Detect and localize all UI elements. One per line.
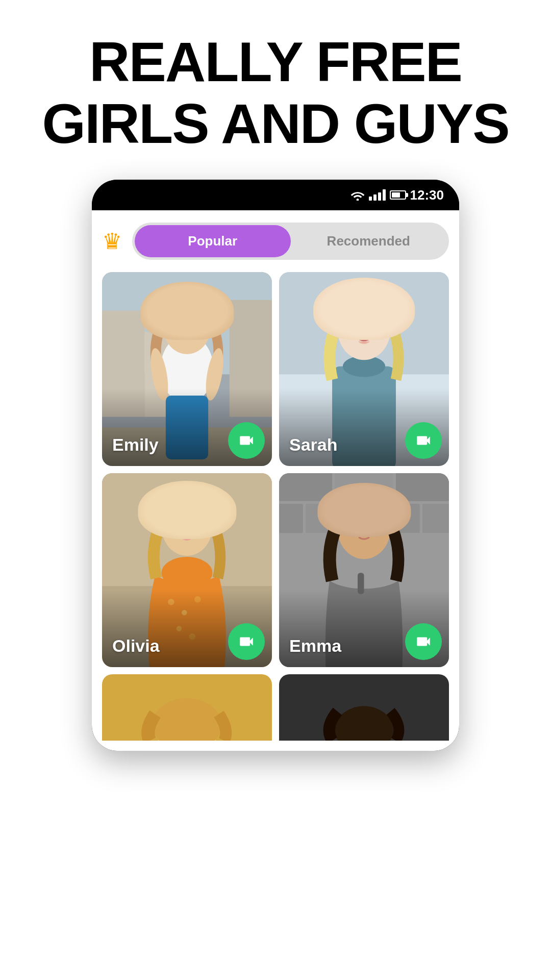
svg-point-33 bbox=[162, 497, 213, 555]
profile-card-emma[interactable]: Emma bbox=[279, 473, 449, 667]
video-camera-icon bbox=[238, 633, 255, 650]
svg-rect-43 bbox=[279, 504, 303, 533]
svg-point-24 bbox=[370, 326, 373, 330]
svg-point-36 bbox=[191, 522, 197, 529]
tab-popular[interactable]: Popular bbox=[135, 225, 291, 257]
svg-rect-38 bbox=[279, 473, 332, 501]
video-camera-icon bbox=[415, 633, 432, 650]
svg-rect-8 bbox=[166, 396, 208, 459]
svg-point-9 bbox=[163, 299, 211, 354]
profile-card-emily[interactable]: Emily bbox=[102, 272, 272, 466]
svg-point-29 bbox=[194, 596, 201, 602]
app-header: ♛ Popular Recomended bbox=[102, 223, 449, 260]
svg-point-48 bbox=[354, 523, 361, 532]
signal-icon bbox=[369, 189, 386, 201]
svg-point-19 bbox=[337, 299, 390, 360]
video-camera-icon bbox=[415, 432, 432, 449]
svg-rect-3 bbox=[102, 311, 144, 417]
svg-rect-45 bbox=[358, 573, 364, 594]
headline-line2: GIRLS AND GUYS bbox=[42, 92, 509, 154]
svg-point-21 bbox=[353, 324, 361, 332]
video-call-btn-olivia[interactable] bbox=[228, 623, 265, 660]
svg-rect-4 bbox=[230, 300, 272, 417]
profile-name-emily: Emily bbox=[112, 435, 159, 455]
status-bar: 12:30 bbox=[92, 180, 459, 210]
svg-point-12 bbox=[191, 322, 196, 328]
battery-icon bbox=[390, 190, 406, 200]
app-headline: REALLY FREE GIRLS AND GUYS bbox=[11, 0, 539, 180]
svg-point-32 bbox=[162, 557, 213, 589]
profiles-grid: Emily bbox=[102, 272, 449, 667]
status-icons: 12:30 bbox=[350, 187, 444, 203]
svg-point-34 bbox=[158, 489, 216, 530]
svg-rect-17 bbox=[332, 366, 396, 466]
svg-point-11 bbox=[178, 322, 183, 328]
svg-point-35 bbox=[177, 522, 183, 529]
profile-card-olivia[interactable]: Olivia bbox=[102, 473, 272, 667]
svg-point-28 bbox=[182, 610, 187, 615]
svg-point-23 bbox=[355, 326, 358, 330]
video-call-btn-emily[interactable] bbox=[228, 422, 265, 459]
partial-cards-row bbox=[102, 674, 449, 741]
svg-point-10 bbox=[160, 295, 213, 332]
partial-card-2[interactable] bbox=[279, 674, 449, 741]
wifi-icon bbox=[350, 189, 365, 201]
svg-point-47 bbox=[334, 487, 394, 532]
app-content: ♛ Popular Recomended bbox=[92, 210, 459, 751]
profile-name-olivia: Olivia bbox=[112, 636, 160, 656]
svg-point-31 bbox=[189, 633, 195, 640]
svg-point-30 bbox=[177, 626, 182, 631]
status-time: 12:30 bbox=[410, 187, 444, 203]
svg-point-27 bbox=[168, 599, 174, 605]
svg-rect-44 bbox=[422, 504, 449, 533]
svg-rect-39 bbox=[335, 473, 393, 501]
profile-card-sarah[interactable]: Sarah bbox=[279, 272, 449, 466]
video-call-btn-emma[interactable] bbox=[405, 623, 442, 660]
svg-point-46 bbox=[337, 499, 390, 559]
svg-point-20 bbox=[333, 290, 395, 333]
svg-rect-42 bbox=[372, 504, 420, 533]
partial-card-1-photo bbox=[102, 674, 272, 741]
tab-recommended[interactable]: Recomended bbox=[291, 225, 447, 257]
partial-card-2-photo bbox=[279, 674, 449, 741]
crown-icon: ♛ bbox=[102, 228, 122, 254]
svg-point-0 bbox=[356, 199, 359, 201]
svg-point-22 bbox=[368, 324, 375, 332]
profile-name-sarah: Sarah bbox=[289, 435, 338, 455]
tab-container: Popular Recomended bbox=[132, 223, 449, 260]
svg-rect-40 bbox=[396, 473, 449, 501]
headline-line1: REALLY FREE bbox=[42, 31, 509, 92]
partial-card-1[interactable] bbox=[102, 674, 272, 741]
svg-point-49 bbox=[367, 523, 375, 532]
profile-name-emma: Emma bbox=[289, 636, 341, 656]
video-call-btn-sarah[interactable] bbox=[405, 422, 442, 459]
video-camera-icon bbox=[238, 432, 255, 449]
phone-mockup: 12:30 ♛ Popular Recomended bbox=[92, 180, 459, 751]
svg-rect-41 bbox=[306, 504, 369, 533]
